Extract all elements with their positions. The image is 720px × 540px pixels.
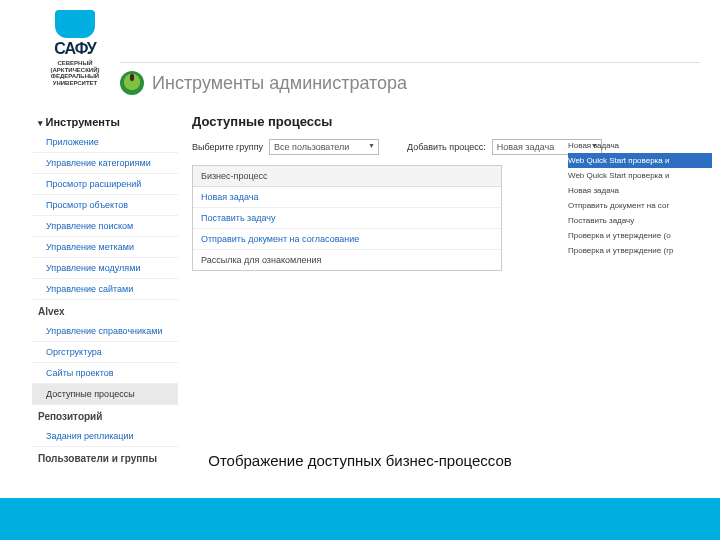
group-select[interactable]: Все пользователи	[269, 139, 379, 155]
sidebar-item[interactable]: Управление модулями	[32, 258, 178, 279]
sidebar-item[interactable]: Управление справочниками	[32, 321, 178, 342]
brand-block: САФУ СЕВЕРНЫЙ (АРКТИЧЕСКИЙ) ФЕДЕРАЛЬНЫЙ …	[30, 10, 120, 100]
sidebar-item[interactable]: Задания репликации	[32, 426, 178, 447]
table-row[interactable]: Новая задача	[193, 187, 501, 208]
brand-subtitle: СЕВЕРНЫЙ (АРКТИЧЕСКИЙ) ФЕДЕРАЛЬНЫЙ УНИВЕ…	[51, 60, 100, 86]
sidebar-section-tools[interactable]: Инструменты	[32, 112, 178, 132]
main-content: Доступные процессы Выберите группу Все п…	[192, 112, 702, 468]
process-dropdown-list: Новая задача Web Quick Start проверка и …	[564, 138, 712, 258]
sidebar: Инструменты Приложение Управление катего…	[32, 112, 178, 468]
sidebar-item[interactable]: Управление категориями	[32, 153, 178, 174]
list-item[interactable]: Отправить документ на сог	[568, 198, 712, 213]
sidebar-item[interactable]: Приложение	[32, 132, 178, 153]
sidebar-item[interactable]: Управление метками	[32, 237, 178, 258]
process-table: Бизнес-процесс Новая задача Поставить за…	[192, 165, 502, 271]
sidebar-item[interactable]: Просмотр расширений	[32, 174, 178, 195]
app-header-area: Инструменты администратора	[120, 62, 700, 107]
sidebar-section-repo[interactable]: Репозиторий	[32, 405, 178, 426]
table-row[interactable]: Отправить документ на согласование	[193, 229, 501, 250]
app-icon	[120, 71, 144, 95]
filter-label: Выберите группу	[192, 142, 263, 152]
list-item[interactable]: Новая задача	[568, 138, 712, 153]
sidebar-item[interactable]: Оргструктура	[32, 342, 178, 363]
list-item[interactable]: Поставить задачу	[568, 213, 712, 228]
sidebar-item[interactable]: Сайты проектов	[32, 363, 178, 384]
slide-caption: Отображение доступных бизнес-процессов	[0, 452, 720, 469]
table-row[interactable]: Поставить задачу	[193, 208, 501, 229]
add-process-label: Добавить процесс:	[407, 142, 486, 152]
list-item[interactable]: Web Quick Start проверка и	[568, 168, 712, 183]
brand-name: САФУ	[54, 40, 95, 58]
sidebar-section-alvex[interactable]: Alvex	[32, 300, 178, 321]
logo-icon	[55, 10, 95, 38]
table-row[interactable]: Рассылка для ознакомления	[193, 250, 501, 270]
sidebar-item[interactable]: Управление поиском	[32, 216, 178, 237]
sidebar-item[interactable]: Управление сайтами	[32, 279, 178, 300]
table-header: Бизнес-процесс	[193, 166, 501, 187]
page-title: Инструменты администратора	[152, 73, 407, 94]
list-item-selected[interactable]: Web Quick Start проверка и	[568, 153, 712, 168]
list-item[interactable]: Проверка и утверждение (гр	[568, 243, 712, 258]
main-heading: Доступные процессы	[192, 112, 702, 139]
list-item[interactable]: Новая задача	[568, 183, 712, 198]
sidebar-item[interactable]: Просмотр объектов	[32, 195, 178, 216]
footer-bar	[0, 498, 720, 540]
list-item[interactable]: Проверка и утверждение (о	[568, 228, 712, 243]
sidebar-item-available-processes[interactable]: Доступные процессы	[32, 384, 178, 405]
